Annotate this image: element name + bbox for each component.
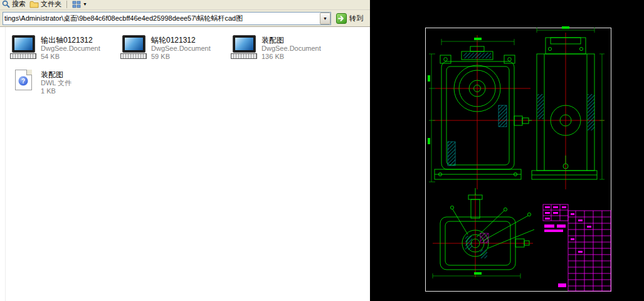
dwl-file-icon: ? (10, 70, 36, 95)
folder-icon (29, 1, 39, 8)
go-arrow-icon (336, 13, 347, 24)
file-size: 59 KB (151, 53, 211, 61)
file-type: DwgSee.Document (261, 45, 321, 53)
folders-button[interactable]: 文件夹 (29, 0, 61, 9)
file-type: DWL 文件 (41, 79, 71, 87)
file-size: 136 KB (261, 53, 321, 61)
dwgsee-file-icon (10, 35, 36, 61)
address-combo: tings\Administrator\桌面\9be84c6f08ecbff46… (3, 12, 331, 25)
file-size: 54 KB (41, 53, 100, 61)
views-button[interactable]: ▼ (72, 0, 87, 9)
search-label: 搜索 (12, 0, 26, 9)
question-mark-icon: ? (19, 77, 28, 86)
address-input[interactable]: tings\Administrator\桌面\9be84c6f08ecbff46… (3, 14, 320, 23)
page-fold (26, 70, 32, 75)
views-caret-icon: ▼ (83, 2, 87, 6)
toolbar-separator (66, 1, 67, 8)
file-list: 输出轴0121312 DwgSee.Document 54 KB 蜗轮01213… (0, 27, 370, 301)
file-name: 输出轴0121312 (41, 36, 100, 45)
go-label: 转到 (349, 14, 363, 23)
file-type: DwgSee.Document (41, 45, 100, 53)
file-item[interactable]: ? 装配图 DWL 文件 1 KB (10, 70, 118, 95)
file-item[interactable]: 蜗轮0121312 DwgSee.Document 59 KB (120, 35, 228, 61)
file-name: 装配图 (41, 70, 71, 79)
search-button[interactable]: 搜索 (2, 0, 26, 9)
file-item[interactable]: 输出轴0121312 DwgSee.Document 54 KB (10, 35, 118, 61)
views-icon (72, 1, 81, 8)
screen: 搜索 文件夹 (0, 0, 644, 301)
file-size: 1 KB (41, 87, 71, 95)
dwgsee-file-icon (231, 35, 257, 61)
folders-label: 文件夹 (41, 0, 61, 9)
cad-viewport[interactable] (370, 0, 644, 301)
pane-divider (5, 27, 6, 301)
file-item[interactable]: 装配图 DwgSee.Document 136 KB (231, 35, 339, 61)
address-bar: tings\Administrator\桌面\9be84c6f08ecbff46… (0, 10, 370, 27)
file-type: DwgSee.Document (151, 45, 211, 53)
go-button[interactable]: 转到 (334, 11, 365, 25)
cad-drawing (370, 0, 644, 301)
search-icon (2, 0, 10, 8)
file-name: 蜗轮0121312 (151, 36, 211, 45)
file-name: 装配图 (261, 36, 321, 45)
file-explorer-window: 搜索 文件夹 (0, 0, 370, 301)
dwgsee-file-icon (120, 35, 147, 61)
address-dropdown-button[interactable]: ▼ (320, 13, 330, 24)
toolbar: 搜索 文件夹 (0, 0, 370, 10)
